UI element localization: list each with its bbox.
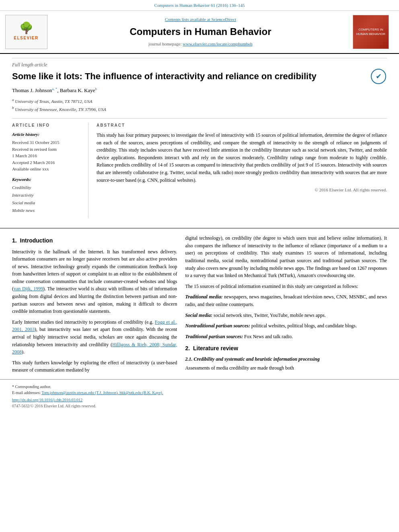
elsevier-logo-box: 🌳 ELSEVIER	[5, 15, 47, 49]
section-2-title: Literature review	[193, 345, 238, 351]
ref-link-vandijk[interactable]: van Dijk, 1999	[14, 286, 43, 292]
intro-para-2: Early Internet studies tied interactivit…	[12, 318, 177, 356]
page: Computers in Human Behavior 61 (2016) 13…	[0, 0, 399, 532]
section-1-title: Introduction	[20, 237, 53, 244]
received-revised-date: 1 March 2016	[12, 152, 82, 159]
keywords-label: Keywords:	[12, 177, 82, 183]
article-info-header: ARTICLE INFO	[12, 123, 82, 129]
doi-link[interactable]: http://dx.doi.org/10.1016/j.chb.2016.03.…	[12, 397, 387, 403]
section-2-num: 2.	[185, 345, 190, 351]
category-text-4: Fox News and talk radio.	[244, 334, 293, 339]
article-info-panel: ARTICLE INFO Article history: Received 3…	[12, 123, 88, 218]
footnotes-area: * Corresponding author. E-mail addresses…	[0, 379, 399, 411]
keywords-list: Credibility Interactivity Social media M…	[12, 184, 82, 214]
keyword-3: Social media	[12, 199, 82, 207]
elsevier-tree-icon: 🌳	[19, 23, 33, 34]
category-traditional-media: Traditional media: newspapers, news maga…	[185, 293, 387, 308]
category-label-3: Nontraditional partisan sources:	[185, 323, 250, 329]
category-social-media: Social media: social network sites, Twit…	[185, 312, 387, 319]
ref-link-fogg[interactable]: Fogg et al., 2001, 2003	[12, 319, 177, 333]
section-2-1-title: Credibility and systematic and heuristic…	[193, 356, 319, 362]
journal-citation: Computers in Human Behavior 61 (2016) 13…	[154, 3, 245, 8]
section-1-num: 1.	[12, 237, 17, 244]
issn-line: 0747-5632/© 2016 Elsevier Ltd. All right…	[12, 403, 387, 409]
category-label-2: Social media:	[185, 312, 212, 318]
info-abstract-section: ARTICLE INFO Article history: Received 3…	[12, 118, 387, 218]
ref-link-hilligoss[interactable]: Hilligoss & Rieh, 2008; Sundar, 2008	[12, 342, 177, 355]
crossmark-icon: ✔	[371, 69, 386, 84]
affiliation-2: b University of Tennessee, Knoxville, TN…	[12, 105, 387, 113]
article-history: Article history: Received 31 October 201…	[12, 131, 82, 172]
intro-para-right-1: digital technology), on credibility (the…	[185, 234, 387, 279]
abstract-panel: ABSTRACT This study has four primary pur…	[97, 123, 387, 218]
journal-ref-bar: Computers in Human Behavior 61 (2016) 13…	[0, 0, 399, 11]
journal-title: Computers in Human Behavior	[52, 25, 349, 39]
keywords-section: Keywords: Credibility Interactivity Soci…	[12, 177, 82, 214]
affiliations: a University of Texas, Austin, TX 78712,…	[12, 97, 387, 113]
journal-homepage: journal homepage: www.elsevier.com/locat…	[52, 41, 349, 47]
email-links[interactable]: Tom.johnson@austin.utexas.edu (T.J. John…	[41, 390, 163, 395]
science-direct-prefix: Contents lists available at ScienceDirec…	[165, 17, 236, 22]
journal-cover-image: COMPUTERS IN HUMAN BEHAVIOR	[353, 15, 389, 49]
keyword-4: Mobile news	[12, 207, 82, 214]
journal-cover: COMPUTERS IN HUMAN BEHAVIOR	[353, 15, 391, 49]
category-traditional-partisan: Traditional partisan sources: Fox News a…	[185, 333, 387, 341]
received-date: Received 31 October 2015	[12, 139, 82, 146]
corresponding-note: * Corresponding author.	[12, 384, 387, 390]
received-revised-label: Received in revised form	[12, 146, 82, 153]
affiliation-1: a University of Texas, Austin, TX 78712,…	[12, 97, 387, 105]
intro-para-right-2: The 15 sources of political information …	[185, 283, 387, 290]
cover-title: COMPUTERS IN HUMAN BEHAVIOR	[355, 27, 387, 37]
article-title: Some like it lots: The influence of inte…	[12, 71, 387, 82]
copyright-notice: © 2016 Elsevier Ltd. All rights reserved…	[97, 187, 387, 193]
abstract-header: ABSTRACT	[97, 123, 387, 129]
journal-header: 🌳 ELSEVIER Contents lists available at S…	[0, 11, 399, 54]
authors-line: Thomas J. Johnsona, *, Barbara K. Kayeb	[12, 86, 387, 94]
science-direct-link[interactable]: Contents lists available at ScienceDirec…	[52, 16, 349, 23]
intro-para-1: Interactivity is the hallmark of the Int…	[12, 248, 177, 315]
available-online: Available online xxx	[12, 166, 82, 173]
author-1-sup: a, *	[52, 87, 57, 91]
section-2-1-num: 2.1.	[185, 356, 192, 362]
category-label-4: Traditional partisan sources:	[185, 334, 243, 339]
crossmark-badge: ✔	[371, 69, 387, 85]
keyword-2: Interactivity	[12, 191, 82, 199]
journal-center: Contents lists available at ScienceDirec…	[52, 16, 349, 47]
author-2-name: Barbara K. Kaye	[60, 87, 95, 93]
left-column: 1. Introduction Interactivity is the hal…	[12, 234, 177, 377]
email-note: E-mail addresses: Tom.johnson@austin.ute…	[12, 390, 387, 396]
elsevier-wordmark: ELSEVIER	[14, 35, 38, 41]
category-text-2: social network sites, Twitter, YouTube, …	[214, 312, 326, 318]
history-label: Article history:	[12, 131, 82, 138]
title-area: ✔ Some like it lots: The influence of in…	[12, 71, 387, 82]
author-2-sup: b	[95, 87, 97, 91]
accepted-date: Accepted 2 March 2016	[12, 159, 82, 166]
article-type: Full length article	[12, 58, 387, 68]
category-label-1: Traditional media:	[185, 294, 222, 300]
category-text-3: political websites, political blogs, and…	[251, 323, 357, 329]
homepage-url[interactable]: www.elsevier.com/locate/comphumbeh	[183, 41, 252, 46]
section-2-heading: 2. Literature review	[185, 344, 387, 352]
section-2-1-para-1: Assessments of media credibility are mad…	[185, 364, 387, 372]
article-header-section: Full length article ✔ Some like it lots:…	[0, 54, 399, 228]
keyword-1: Credibility	[12, 184, 82, 191]
intro-para-3: This study furthers knowledge by explori…	[12, 359, 177, 374]
email-label: E-mail addresses:	[12, 390, 41, 395]
right-column: digital technology), on credibility (the…	[185, 234, 387, 377]
homepage-label: journal homepage:	[148, 41, 181, 46]
author-1-name: Thomas J. Johnson	[12, 87, 52, 93]
section-1-heading: 1. Introduction	[12, 236, 177, 244]
abstract-text: This study has four primary purposes; to…	[97, 131, 387, 184]
category-nontraditional: Nontraditional partisan sources: politic…	[185, 322, 387, 330]
main-content: 1. Introduction Interactivity is the hal…	[0, 228, 399, 377]
section-2-1-heading: 2.1. Credibility and systematic and heur…	[185, 356, 387, 363]
elsevier-logo-area: 🌳 ELSEVIER	[4, 15, 48, 49]
